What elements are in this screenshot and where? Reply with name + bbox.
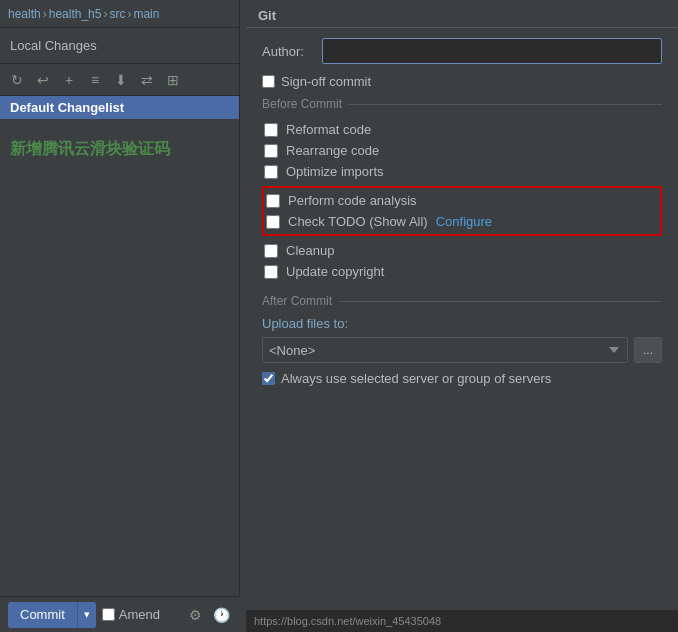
rearrange-checkbox[interactable] (264, 144, 278, 158)
update-copyright-label: Update copyright (286, 264, 384, 279)
before-commit-title: Before Commit (262, 97, 662, 111)
default-changelist[interactable]: Default Changelist (0, 96, 239, 119)
after-commit-divider: After Commit (262, 294, 662, 308)
author-input[interactable] (322, 38, 662, 64)
always-use-checkbox[interactable] (262, 372, 275, 385)
check-todo-label: Check TODO (Show All) (288, 214, 428, 229)
cleanup-checkbox[interactable] (264, 244, 278, 258)
breadcrumb-main[interactable]: main (133, 7, 159, 21)
git-dialog-title: Git (246, 0, 678, 28)
breadcrumb-sep1: › (43, 7, 47, 21)
browse-button[interactable]: ... (634, 337, 662, 363)
after-commit-section: After Commit Upload files to: <None> ...… (262, 294, 662, 386)
perform-checkbox[interactable] (266, 194, 280, 208)
configure-link[interactable]: Configure (436, 214, 492, 229)
signoff-label: Sign-off commit (281, 74, 371, 89)
always-use-label: Always use selected server or group of s… (281, 371, 551, 386)
cleanup-label: Cleanup (286, 243, 334, 258)
optimize-label: Optimize imports (286, 164, 384, 179)
left-panel: health › health_h5 › src › main Local Ch… (0, 0, 240, 632)
after-commit-title: After Commit (262, 294, 662, 308)
chinese-content: 新增腾讯云滑块验证码 (10, 140, 170, 157)
optimize-checkbox[interactable] (264, 165, 278, 179)
reformat-label: Reformat code (286, 122, 371, 137)
breadcrumb-health[interactable]: health (8, 7, 41, 21)
signoff-checkbox[interactable] (262, 75, 275, 88)
always-use-row: Always use selected server or group of s… (262, 371, 662, 386)
option-check-todo: Check TODO (Show All) Configure (264, 211, 660, 232)
commit-button-group: Commit ▾ (8, 602, 96, 628)
signoff-row: Sign-off commit (262, 74, 662, 89)
breadcrumb-sep3: › (127, 7, 131, 21)
status-url: https://blog.csdn.net/weixin_45435048 (254, 615, 441, 627)
local-changes-tab[interactable]: Local Changes (0, 28, 239, 64)
check-todo-checkbox[interactable] (266, 215, 280, 229)
author-row: Author: (262, 38, 662, 64)
settings-icon[interactable]: ⚙ (184, 604, 206, 626)
update-copyright-checkbox[interactable] (264, 265, 278, 279)
upload-label: Upload files to: (262, 316, 662, 331)
download-button[interactable]: ⬇ (110, 69, 132, 91)
option-cleanup: Cleanup (262, 240, 662, 261)
undo-button[interactable]: ↩ (32, 69, 54, 91)
reformat-checkbox[interactable] (264, 123, 278, 137)
breadcrumb-src[interactable]: src (109, 7, 125, 21)
local-changes-label: Local Changes (10, 38, 97, 53)
commit-button[interactable]: Commit (8, 602, 77, 628)
bottom-icons: ⚙ 🕐 (184, 604, 232, 626)
clock-icon[interactable]: 🕐 (210, 604, 232, 626)
git-section: Author: Sign-off commit Before Commit Re… (246, 28, 678, 396)
breadcrumb-sep2: › (103, 7, 107, 21)
perform-label: Perform code analysis (288, 193, 417, 208)
option-rearrange: Rearrange code (262, 140, 662, 161)
before-commit-divider: Before Commit (262, 97, 662, 111)
commit-bar: Commit ▾ Amend ⚙ 🕐 (0, 596, 240, 632)
upload-select[interactable]: <None> (262, 337, 628, 363)
upload-row: <None> ... (262, 337, 662, 363)
amend-label: Amend (119, 607, 160, 622)
option-optimize: Optimize imports (262, 161, 662, 182)
chinese-text: 新增腾讯云滑块验证码 (0, 119, 239, 180)
author-label: Author: (262, 44, 312, 59)
commit-dropdown-arrow[interactable]: ▾ (77, 602, 96, 628)
default-changelist-label: Default Changelist (10, 100, 124, 115)
status-bar: https://blog.csdn.net/weixin_45435048 (246, 610, 678, 632)
layout-button[interactable]: ⊞ (162, 69, 184, 91)
amend-checkbox[interactable] (102, 608, 115, 621)
add-button[interactable]: + (58, 69, 80, 91)
option-update-copyright: Update copyright (262, 261, 662, 282)
amend-checkbox-label[interactable]: Amend (102, 607, 160, 622)
toolbar: ↻ ↩ + ≡ ⬇ ⇄ ⊞ (0, 64, 239, 96)
diff-button[interactable]: ≡ (84, 69, 106, 91)
breadcrumb: health › health_h5 › src › main (0, 0, 239, 28)
highlighted-options-box: Perform code analysis Check TODO (Show A… (262, 186, 662, 236)
git-dialog: Git Author: Sign-off commit Before Commi… (246, 0, 678, 632)
refresh-button[interactable]: ↻ (6, 69, 28, 91)
rearrange-label: Rearrange code (286, 143, 379, 158)
move-button[interactable]: ⇄ (136, 69, 158, 91)
breadcrumb-health-h5[interactable]: health_h5 (49, 7, 102, 21)
option-reformat: Reformat code (262, 119, 662, 140)
option-perform: Perform code analysis (264, 190, 660, 211)
